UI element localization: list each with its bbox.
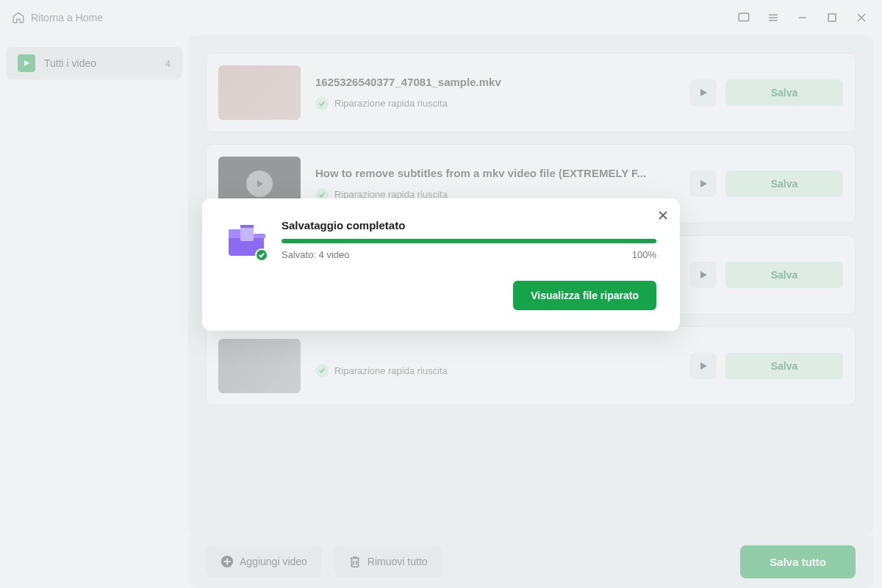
folder-icon	[226, 219, 267, 260]
close-icon	[658, 210, 668, 220]
view-repaired-button[interactable]: Visualizza file riparato	[513, 281, 656, 310]
svg-rect-12	[240, 225, 254, 228]
modal-title: Salvataggio completato	[282, 219, 656, 232]
modal-close-button[interactable]	[658, 209, 668, 224]
modal-backdrop: Salvataggio completato Salvato: 4 video …	[0, 0, 882, 588]
check-icon	[255, 248, 268, 262]
modal-percent: 100%	[632, 249, 656, 260]
progress-bar	[282, 239, 656, 243]
modal-saved-text: Salvato: 4 video	[282, 249, 350, 260]
save-complete-dialog: Salvataggio completato Salvato: 4 video …	[202, 198, 680, 331]
